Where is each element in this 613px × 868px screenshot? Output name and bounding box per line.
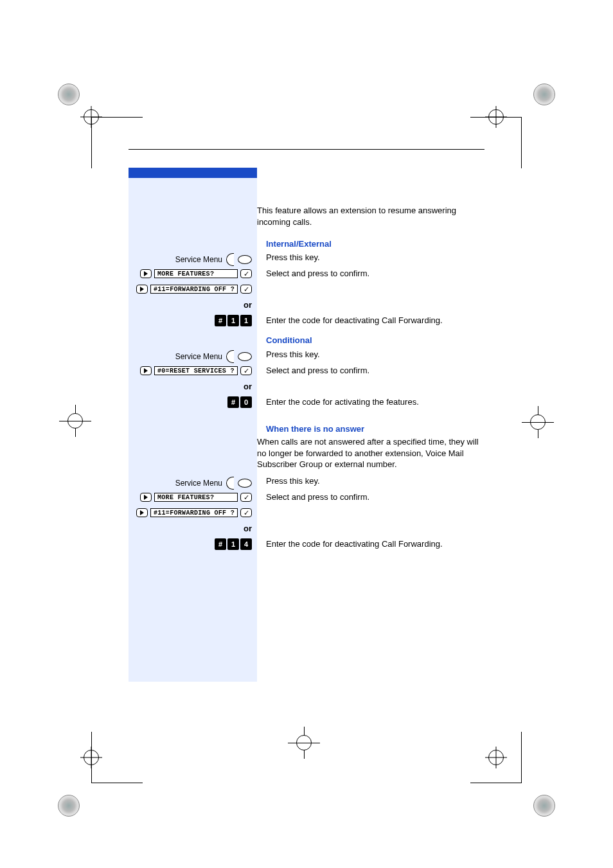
instruction-press-key-1: Press this key.	[266, 252, 320, 263]
or-label-2: or	[244, 382, 252, 391]
check-icon: ✓	[240, 508, 252, 517]
crop-mark-mid-bottom	[288, 727, 320, 759]
service-menu-label: Service Menu	[175, 255, 222, 264]
key-0: 0	[240, 396, 252, 408]
section-title-internal-external: Internal/External	[266, 238, 332, 250]
blue-bar	[129, 168, 257, 178]
header-rule	[129, 149, 484, 150]
crop-mark-bl	[58, 733, 141, 817]
check-icon: ✓	[240, 269, 252, 278]
crop-mark-br	[472, 733, 555, 817]
section-title-no-answer: When there is no answer	[266, 423, 364, 435]
display-text: MORE FEATURES?	[154, 493, 238, 502]
display-reset-services: #0=RESET SERVICES ? ✓	[140, 366, 252, 375]
code-keys-3: # 1 4	[215, 538, 252, 550]
display-forwarding-off-1: #11=FORWARDING OFF ? ✓	[136, 285, 252, 294]
instruction-enter-code-1: Enter the code for deactivating Call For…	[266, 315, 443, 326]
key-hash: #	[215, 315, 226, 326]
key-oval-icon	[238, 479, 252, 488]
code-keys-2: # 0	[227, 396, 252, 408]
play-icon	[136, 285, 148, 294]
key-oval-icon	[238, 255, 252, 264]
service-menu-key-3: Service Menu	[175, 477, 252, 490]
service-menu-label: Service Menu	[175, 352, 222, 361]
service-menu-label: Service Menu	[175, 479, 222, 488]
intro-text: This feature allows an extension to resu…	[257, 205, 484, 227]
instruction-select-confirm-2: Select and press to confirm.	[266, 365, 369, 376]
key-half-icon	[226, 477, 234, 490]
or-label-3: or	[244, 524, 252, 533]
key-1a: 1	[227, 315, 239, 326]
key-4: 4	[240, 538, 252, 550]
or-label-1: or	[244, 300, 252, 310]
display-more-features-1: MORE FEATURES? ✓	[140, 269, 252, 278]
key-hash: #	[227, 396, 239, 408]
instruction-enter-code-3: Enter the code for deactivating Call For…	[266, 538, 443, 550]
key-hash: #	[215, 538, 226, 550]
key-half-icon	[226, 350, 234, 363]
crop-mark-mid-left	[59, 405, 91, 437]
display-more-features-2: MORE FEATURES? ✓	[140, 493, 252, 502]
check-icon: ✓	[240, 493, 252, 502]
instruction-press-key-2: Press this key.	[266, 349, 320, 360]
right-column: This feature allows an extension to resu…	[257, 168, 484, 682]
page-content: Service Menu MORE FEATURES? ✓ #11=FORWAR…	[129, 149, 484, 701]
play-icon	[140, 269, 152, 278]
crop-mark-mid-right	[522, 406, 554, 438]
play-icon	[140, 366, 152, 375]
key-half-icon	[226, 253, 234, 266]
instruction-select-confirm-3: Select and press to confirm.	[266, 492, 369, 503]
code-keys-1: # 1 1	[215, 315, 252, 326]
instruction-select-confirm-1: Select and press to confirm.	[266, 268, 369, 279]
key-1: 1	[227, 538, 239, 550]
display-forwarding-off-2: #11=FORWARDING OFF ? ✓	[136, 508, 252, 517]
instruction-enter-code-2: Enter the code for activating the featur…	[266, 396, 419, 408]
left-column: Service Menu MORE FEATURES? ✓ #11=FORWAR…	[129, 168, 257, 682]
play-icon	[140, 493, 152, 502]
display-text: MORE FEATURES?	[154, 269, 238, 278]
display-text: #0=RESET SERVICES ?	[154, 366, 238, 375]
check-icon: ✓	[240, 366, 252, 375]
key-1b: 1	[240, 315, 252, 326]
display-text: #11=FORWARDING OFF ?	[150, 508, 238, 517]
display-text: #11=FORWARDING OFF ?	[150, 285, 238, 294]
instruction-press-key-3: Press this key.	[266, 475, 320, 487]
service-menu-key-1: Service Menu	[175, 253, 252, 266]
no-answer-intro: When calls are not answered after a spec…	[257, 436, 484, 470]
check-icon: ✓	[240, 285, 252, 294]
service-menu-key-2: Service Menu	[175, 350, 252, 363]
play-icon	[136, 508, 148, 517]
key-oval-icon	[238, 352, 252, 361]
section-title-conditional: Conditional	[266, 335, 312, 346]
